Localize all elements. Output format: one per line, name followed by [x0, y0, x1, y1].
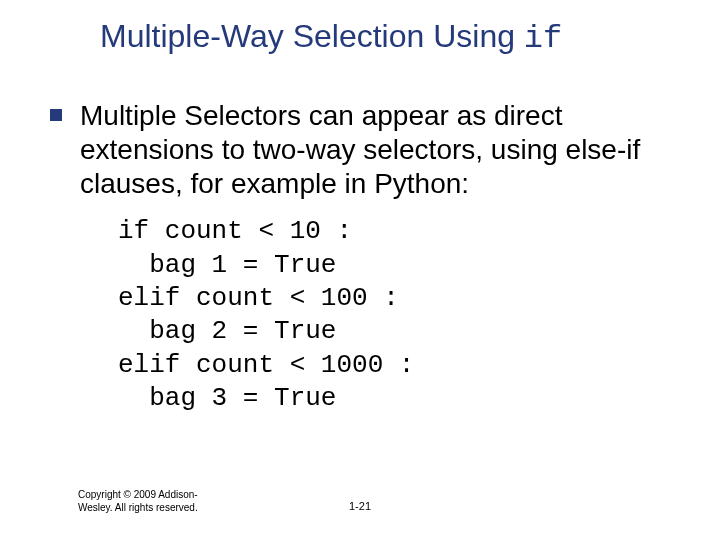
body-paragraph: Multiple Selectors can appear as direct … [80, 99, 680, 201]
square-bullet-icon [50, 109, 62, 121]
body-row: Multiple Selectors can appear as direct … [50, 99, 680, 201]
slide: Multiple-Way Selection Using if Multiple… [0, 0, 720, 540]
slide-title: Multiple-Way Selection Using if [100, 18, 680, 57]
title-main: Multiple-Way Selection Using [100, 18, 524, 54]
title-mono: if [524, 20, 562, 57]
page-number: 1-21 [0, 500, 720, 512]
code-block: if count < 10 : bag 1 = True elif count … [118, 215, 680, 415]
